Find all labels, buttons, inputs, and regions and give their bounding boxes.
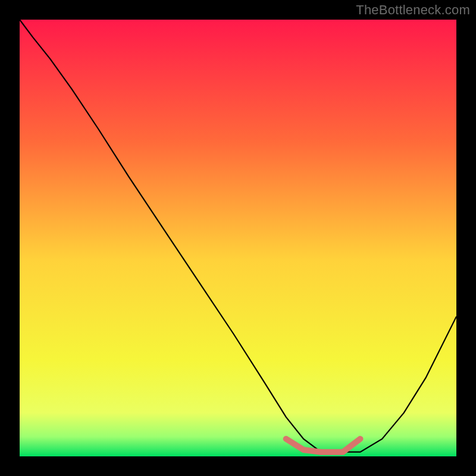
gradient-background	[20, 20, 456, 456]
chart-container: TheBottleneck.com	[0, 0, 476, 476]
watermark-text: TheBottleneck.com	[356, 2, 470, 18]
bottleneck-chart	[0, 0, 476, 476]
